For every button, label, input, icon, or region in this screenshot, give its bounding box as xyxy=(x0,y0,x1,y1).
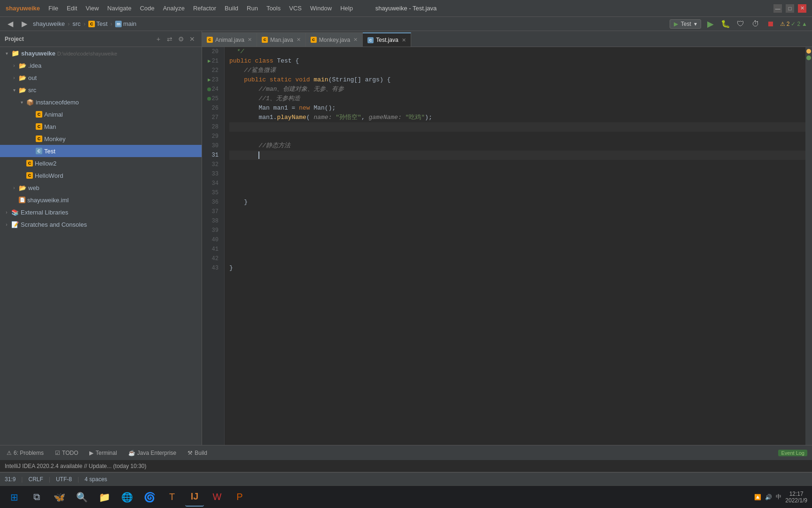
taskbar-butterfly[interactable]: 🦋 xyxy=(50,488,69,507)
tab-animal[interactable]: C Animal.java ✕ xyxy=(202,32,257,47)
menu-window[interactable]: Window xyxy=(310,5,332,12)
taskbar-chrome[interactable]: 🌀 xyxy=(140,488,159,507)
menu-run[interactable]: Run xyxy=(247,5,258,12)
menu-view[interactable]: View xyxy=(86,5,99,12)
tree-item-iml[interactable]: 📄 shayuweike.iml xyxy=(0,194,202,206)
sync-button[interactable]: ⇄ xyxy=(165,34,174,44)
taskbar-folder[interactable]: 📁 xyxy=(95,488,114,507)
taskbar-edge[interactable]: 🌐 xyxy=(117,488,136,507)
stop-button[interactable]: ⏹ xyxy=(765,18,776,30)
tree-item-hellow2[interactable]: C Hellow2 xyxy=(0,157,202,169)
code-text xyxy=(229,151,258,160)
taskbar-task-view[interactable]: ⧉ xyxy=(27,488,46,507)
editor-area[interactable]: 20 ▶ 21 22 ▶ 23 24 25 26 xyxy=(202,47,812,445)
tree-item-scratches[interactable]: › 📝 Scratches and Consoles xyxy=(0,218,202,230)
taskbar: ⊞ ⧉ 🦋 🔍 📁 🌐 🌀 T IJ W P 🔼 🔊 中 12:17 2022/… xyxy=(0,485,812,508)
taskbar-system-tray: 🔼 🔊 中 12:17 2022/1/9 xyxy=(754,491,807,504)
breadcrumb-project[interactable]: shayuweike xyxy=(33,20,65,27)
line-33: 33 xyxy=(202,169,221,179)
breadcrumb-method[interactable]: m main xyxy=(115,20,136,27)
menu-help[interactable]: Help xyxy=(340,5,353,12)
tree-item-man[interactable]: C Man xyxy=(0,120,202,133)
tab-terminal[interactable]: ▶ Terminal xyxy=(87,445,118,460)
tab-man-close[interactable]: ✕ xyxy=(297,37,301,43)
warning-indicator[interactable] xyxy=(806,49,811,54)
settings-button[interactable]: ⚙ xyxy=(176,34,186,44)
taskbar-wps-ppt[interactable]: P xyxy=(230,488,249,507)
line-31: 31 xyxy=(202,151,221,160)
run-arrow-icon[interactable]: ▶ xyxy=(208,75,211,85)
minimize-button[interactable]: — xyxy=(773,4,782,13)
menu-navigate[interactable]: Navigate xyxy=(107,5,131,12)
tree-item-out[interactable]: › 📂 out xyxy=(0,71,202,84)
tab-todo[interactable]: ☑ TODO xyxy=(53,445,80,460)
monkey-label: Monkey xyxy=(44,135,66,143)
tab-test[interactable]: C Test.java ✕ xyxy=(363,32,411,47)
wps-writer-icon: W xyxy=(213,492,222,502)
coverage-button[interactable]: 🛡 xyxy=(735,18,746,30)
tab-man[interactable]: C Man.java ✕ xyxy=(257,32,306,47)
tab-test-close[interactable]: ✕ xyxy=(402,37,406,43)
run-config-selector[interactable]: ▶ Test ▾ xyxy=(670,19,701,29)
menu-file[interactable]: File xyxy=(48,5,58,12)
menu-vcs[interactable]: VCS xyxy=(289,5,302,12)
tab-monkey[interactable]: C Monkey.java ✕ xyxy=(306,32,363,47)
close-button[interactable]: ✕ xyxy=(798,4,806,13)
menu-refactor[interactable]: Refactor xyxy=(193,5,216,12)
menu-build[interactable]: Build xyxy=(225,5,238,12)
tab-build[interactable]: ⚒ Build xyxy=(186,445,209,460)
tree-item-helloword[interactable]: C HelloWord xyxy=(0,169,202,182)
class-file-icon: C xyxy=(26,172,33,179)
profile-button[interactable]: ⏱ xyxy=(750,18,761,30)
status-line-ending[interactable]: CRLF xyxy=(28,476,43,483)
tree-item-root[interactable]: ▾ 📁 shayuweike D:\video\code\shayuweike xyxy=(0,47,202,59)
intellij-icon: IJ xyxy=(191,491,199,502)
nav-back-button[interactable]: ◀ xyxy=(5,18,16,30)
out-label: out xyxy=(28,74,37,81)
code-line-35 xyxy=(229,188,805,198)
tree-item-test[interactable]: C Test xyxy=(0,145,202,157)
code-content[interactable]: */ public class Test { //鲨鱼微课 public sta… xyxy=(225,47,805,445)
line-24: 24 xyxy=(202,85,221,94)
run-arrow-icon[interactable]: ▶ xyxy=(208,56,211,66)
menu-code[interactable]: Code xyxy=(140,5,155,12)
menu-tools[interactable]: Tools xyxy=(266,5,281,12)
tree-item-web[interactable]: › 📂 web xyxy=(0,182,202,194)
taskbar-intellij[interactable]: IJ xyxy=(185,488,204,507)
line-42: 42 xyxy=(202,254,221,263)
status-indent[interactable]: 4 spaces xyxy=(85,476,107,483)
nav-forward-button[interactable]: ▶ xyxy=(19,18,30,30)
status-cursor[interactable]: 31:9 xyxy=(5,476,16,483)
tree-item-instanceofdemo[interactable]: ▾ 📦 instanceofdemo xyxy=(0,96,202,108)
breadcrumb-src[interactable]: src xyxy=(72,20,80,27)
debug-button[interactable]: 🐛 xyxy=(720,18,731,30)
tabs-bar: C Animal.java ✕ C Man.java ✕ C Monkey.ja… xyxy=(202,31,812,47)
code-text: */ xyxy=(229,47,244,56)
tree-item-src[interactable]: ▾ 📂 src xyxy=(0,84,202,96)
close-sidebar-button[interactable]: ✕ xyxy=(187,34,197,44)
status-encoding[interactable]: UTF-8 xyxy=(56,476,72,483)
out-folder-icon: 📂 xyxy=(19,74,26,81)
menu-edit[interactable]: Edit xyxy=(67,5,77,12)
chevron-right-icon: › xyxy=(11,63,17,68)
taskbar-wps-writer[interactable]: W xyxy=(208,488,226,507)
breadcrumb-package[interactable]: C Test xyxy=(88,20,108,27)
taskbar-search[interactable]: 🔍 xyxy=(72,488,91,507)
tab-problems[interactable]: ⚠ 6: Problems xyxy=(5,445,46,460)
menu-analyze[interactable]: Analyze xyxy=(163,5,185,12)
tab-java-enterprise[interactable]: ☕ Java Enterprise xyxy=(126,445,178,460)
taskbar-windows-icon[interactable]: ⊞ xyxy=(5,488,23,507)
tree-item-animal[interactable]: C Animal xyxy=(0,108,202,120)
add-button[interactable]: + xyxy=(154,34,163,44)
tab-monkey-close[interactable]: ✕ xyxy=(353,37,358,43)
event-log-label[interactable]: Event Log xyxy=(778,450,807,456)
tree-item-monkey[interactable]: C Monkey xyxy=(0,133,202,145)
tab-animal-close[interactable]: ✕ xyxy=(248,37,252,43)
run-button[interactable]: ▶ xyxy=(705,18,716,30)
tree-item-external-libs[interactable]: › 📚 External Libraries xyxy=(0,206,202,218)
maximize-button[interactable]: □ xyxy=(786,4,794,13)
taskbar-text-editor[interactable]: T xyxy=(163,488,181,507)
code-text: Man(); xyxy=(313,103,336,113)
tree-item-idea[interactable]: › 📂 .idea xyxy=(0,59,202,71)
title-bar: shayuweike File Edit View Navigate Code … xyxy=(0,0,812,17)
